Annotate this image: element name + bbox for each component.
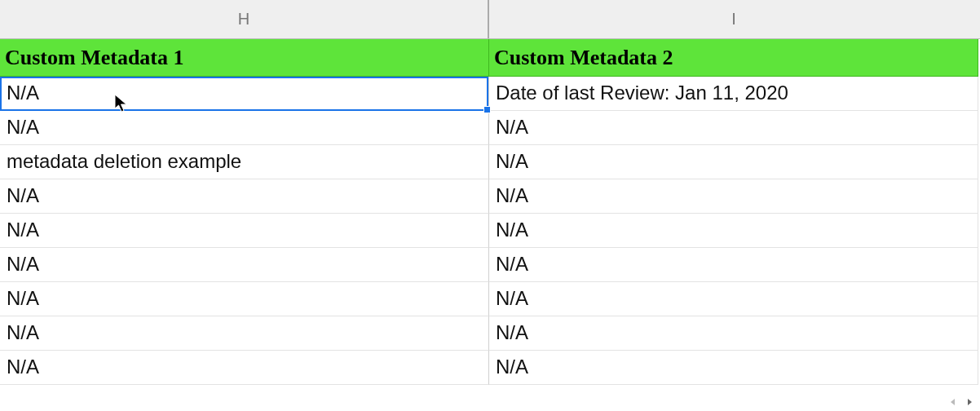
cell-H-4[interactable]: N/A (0, 214, 489, 248)
cell-I-4[interactable]: N/A (489, 214, 978, 248)
table-row: N/A N/A (0, 214, 980, 248)
table-row: metadata deletion example N/A (0, 145, 980, 179)
cell-H-8[interactable]: N/A (0, 351, 489, 385)
column-header-I[interactable]: I (489, 0, 978, 38)
table-row: N/A N/A (0, 316, 980, 351)
column-header-row: H I (0, 0, 980, 39)
cell-H-2[interactable]: metadata deletion example (0, 145, 489, 179)
cell-H-5[interactable]: N/A (0, 248, 489, 282)
cell-H-6[interactable]: N/A (0, 282, 489, 316)
cell-I-1[interactable]: N/A (489, 111, 978, 145)
cell-I-2[interactable]: N/A (489, 145, 978, 179)
data-area: Custom Metadata 1 Custom Metadata 2 N/A … (0, 39, 980, 385)
cell-I-0[interactable]: Date of last Review: Jan 11, 2020 (489, 77, 978, 111)
spreadsheet: H I Custom Metadata 1 Custom Metadata 2 … (0, 0, 980, 385)
header-cell-custom-metadata-1[interactable]: Custom Metadata 1 (0, 39, 489, 77)
cell-I-5[interactable]: N/A (489, 248, 978, 282)
header-cell-custom-metadata-2[interactable]: Custom Metadata 2 (489, 39, 978, 77)
horizontal-scroll-controls (947, 396, 975, 408)
column-header-H[interactable]: H (0, 0, 489, 38)
table-row: N/A Date of last Review: Jan 11, 2020 (0, 77, 980, 111)
cell-I-3[interactable]: N/A (489, 179, 978, 214)
table-row: N/A N/A (0, 179, 980, 214)
cell-H-7[interactable]: N/A (0, 316, 489, 351)
table-row: N/A N/A (0, 248, 980, 282)
table-row: N/A N/A (0, 351, 980, 385)
cell-I-6[interactable]: N/A (489, 282, 978, 316)
table-row: N/A N/A (0, 282, 980, 316)
scroll-left-icon[interactable] (947, 396, 959, 408)
cell-I-7[interactable]: N/A (489, 316, 978, 351)
cell-H-0[interactable]: N/A (0, 77, 489, 111)
table-row: N/A N/A (0, 111, 980, 145)
cell-I-8[interactable]: N/A (489, 351, 978, 385)
cell-H-3[interactable]: N/A (0, 179, 489, 214)
scroll-right-icon[interactable] (964, 396, 975, 408)
cell-H-1[interactable]: N/A (0, 111, 489, 145)
table-header-row: Custom Metadata 1 Custom Metadata 2 (0, 39, 980, 77)
